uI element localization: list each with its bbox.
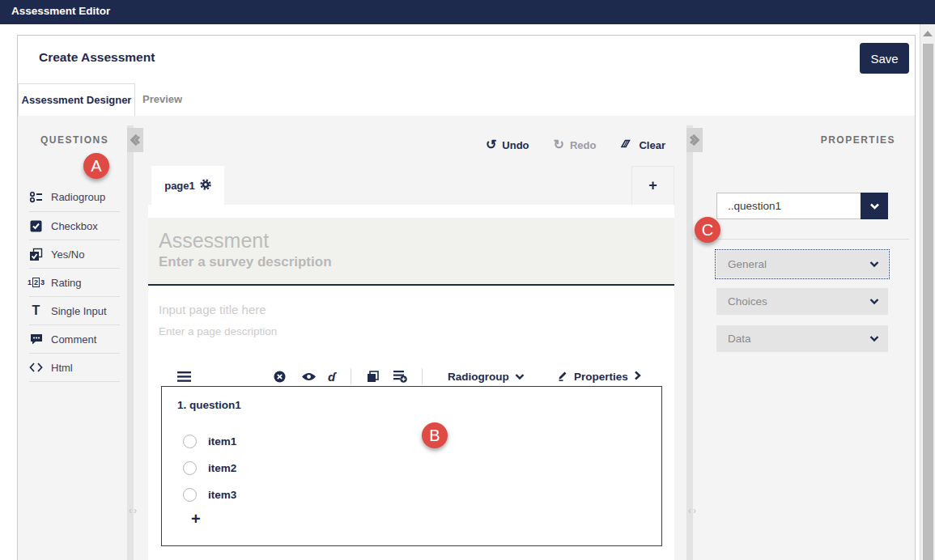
left-splitter-grip-icon[interactable]: ‹› xyxy=(119,505,148,516)
toolbox-item-label: Html xyxy=(51,362,73,374)
choice-row[interactable]: item1 xyxy=(183,433,236,449)
tab-preview[interactable]: Preview xyxy=(142,83,182,116)
page-tab-page1[interactable]: page1 xyxy=(151,166,224,206)
chevron-down-icon xyxy=(515,371,525,383)
toolbox-item-label: Radiogroup xyxy=(51,191,105,203)
add-to-toolbox-icon[interactable] xyxy=(393,366,407,387)
chevron-down-icon xyxy=(869,335,879,342)
annotation-badge-a: A xyxy=(83,153,109,179)
window-scrollbar[interactable] xyxy=(920,24,935,560)
history-toolbar: ↺ Undo ↻ Redo Clear xyxy=(453,134,665,155)
toolbar-separator xyxy=(422,368,423,384)
chevron-down-icon xyxy=(869,261,879,268)
accordion-choices[interactable]: Choices xyxy=(716,288,888,315)
app-topbar: Assessment Editor xyxy=(0,0,935,24)
page-title-input[interactable]: Input page title here xyxy=(159,303,266,316)
yesno-icon xyxy=(29,248,43,261)
dropdown-chevron-button[interactable] xyxy=(861,193,888,219)
choice-row[interactable]: item2 xyxy=(183,460,236,476)
toolbox-item-label: Rating xyxy=(51,277,82,289)
toolbox-item-single-input[interactable]: T Single Input xyxy=(29,296,120,325)
radio-button[interactable] xyxy=(183,435,197,448)
copy-question-icon[interactable] xyxy=(367,366,379,387)
tab-assessment-designer[interactable]: Assessment Designer xyxy=(18,83,135,116)
radiogroup-icon xyxy=(29,190,43,204)
toolbox-item-rating[interactable]: 123 Rating xyxy=(29,268,120,296)
radio-button[interactable] xyxy=(183,461,197,475)
collapse-right-panel-icon[interactable] xyxy=(686,128,703,152)
survey-description-placeholder[interactable]: Enter a survey description xyxy=(159,252,674,272)
properties-heading: PROPERTIES xyxy=(782,134,895,146)
scrollbar-thumb[interactable] xyxy=(923,44,933,560)
checkbox-icon xyxy=(29,219,43,233)
questions-heading: QUESTIONS xyxy=(40,134,108,146)
survey-title-placeholder[interactable]: Assessment xyxy=(159,228,674,252)
gear-icon[interactable] xyxy=(200,179,211,193)
rating-icon: 123 xyxy=(29,276,43,290)
undo-icon: ↺ xyxy=(486,138,496,151)
accordion-data[interactable]: Data xyxy=(716,325,888,352)
question-adorner-toolbar: ɗ Radiogroup Properties xyxy=(148,366,674,387)
page-title: Create Assessment xyxy=(39,50,155,65)
scroll-up-icon[interactable] xyxy=(923,31,933,36)
undo-button[interactable]: ↺ Undo xyxy=(486,138,529,151)
chevron-down-icon xyxy=(869,298,879,305)
clear-button[interactable]: Clear xyxy=(620,138,665,152)
left-splitter[interactable] xyxy=(127,125,134,560)
radio-button[interactable] xyxy=(183,488,197,502)
toolbox-item-checkbox[interactable]: Checkbox xyxy=(29,211,120,240)
required-toggle-icon[interactable]: ɗ xyxy=(328,366,335,387)
delete-question-icon[interactable] xyxy=(274,366,286,387)
question-title[interactable]: 1. question1 xyxy=(177,399,241,411)
toolbox-item-yesno[interactable]: Yes/No xyxy=(29,240,120,268)
chevron-right-icon xyxy=(634,371,641,383)
selected-element-dropdown[interactable]: ..question1 xyxy=(716,193,888,219)
survey-canvas: Assessment Enter a survey description In… xyxy=(148,205,674,560)
page-description-input[interactable]: Enter a page description xyxy=(159,325,277,337)
toolbox-item-label: Comment xyxy=(51,333,96,346)
right-splitter[interactable] xyxy=(686,125,693,560)
add-page-button[interactable]: + xyxy=(631,166,674,206)
assessment-editor-window: Assessment Editor Create Assessment Save… xyxy=(0,0,935,560)
pencil-icon xyxy=(557,370,568,384)
redo-button[interactable]: ↻ Redo xyxy=(554,138,597,151)
annotation-badge-b: B xyxy=(422,422,448,448)
properties-divider xyxy=(694,239,909,240)
question-properties-link[interactable]: Properties xyxy=(557,366,641,387)
toolbar-separator xyxy=(351,368,351,384)
toolbox-item-label: Yes/No xyxy=(51,248,84,261)
page-tab-label: page1 xyxy=(164,180,195,192)
show-hide-title-icon[interactable] xyxy=(301,366,317,387)
html-icon xyxy=(29,361,43,375)
comment-icon xyxy=(29,333,43,346)
eraser-icon xyxy=(620,138,633,152)
annotation-badge-c: C xyxy=(695,217,720,243)
choice-row[interactable]: item3 xyxy=(183,486,236,503)
survey-header[interactable]: Assessment Enter a survey description xyxy=(148,218,674,286)
toolbox-item-comment[interactable]: Comment xyxy=(29,325,120,353)
toolbox-item-label: Single Input xyxy=(51,305,107,317)
single-input-icon: T xyxy=(29,304,43,318)
question-toolbox: Radiogroup Checkbox Yes/No 123 Rating T … xyxy=(29,183,120,382)
toolbox-item-html[interactable]: Html xyxy=(29,353,120,381)
collapse-left-panel-icon[interactable] xyxy=(127,128,143,152)
right-splitter-grip-icon[interactable]: ‹› xyxy=(678,505,708,516)
accordion-general[interactable]: General xyxy=(716,251,888,278)
selected-element-value: ..question1 xyxy=(717,200,861,212)
save-button[interactable]: Save xyxy=(860,43,909,74)
app-title: Assessment Editor xyxy=(11,5,110,17)
add-choice-button[interactable]: + xyxy=(191,510,201,528)
drag-handle-icon[interactable] xyxy=(177,366,191,387)
question-type-dropdown[interactable]: Radiogroup xyxy=(448,366,525,387)
redo-icon: ↻ xyxy=(554,138,564,151)
question-card[interactable]: 1. question1 item1 item2 item3 + xyxy=(161,386,662,546)
toolbox-item-radiogroup[interactable]: Radiogroup xyxy=(29,183,120,211)
toolbox-item-label: Checkbox xyxy=(51,220,98,232)
